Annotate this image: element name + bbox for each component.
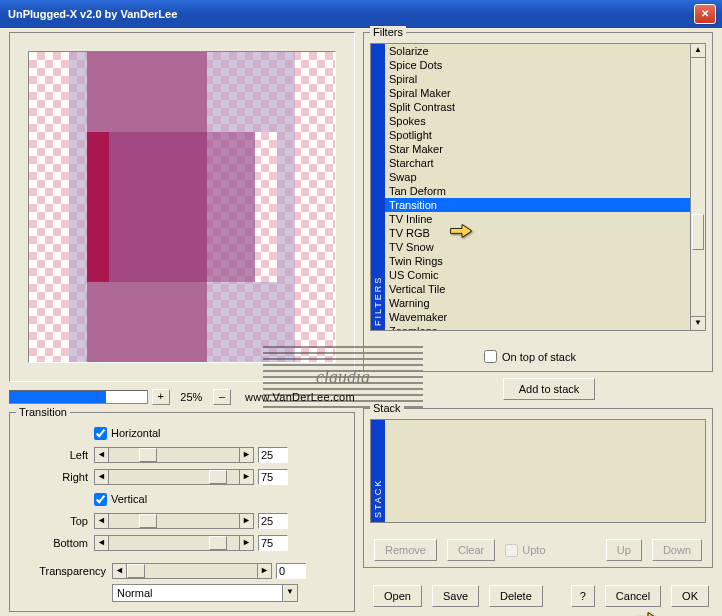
top-label: Top [18,515,94,527]
pointing-hand-icon [635,610,661,616]
filter-item[interactable]: Spokes [385,114,690,128]
scroll-up-icon[interactable]: ▲ [691,44,705,58]
vertical-label: Vertical [111,493,147,505]
horizontal-label: Horizontal [111,427,161,439]
vertical-checkbox[interactable] [94,493,107,506]
filter-item[interactable]: Swap [385,170,690,184]
scroll-thumb[interactable] [692,214,704,250]
stack-list: STACK [370,419,706,523]
filter-item[interactable]: Vertical Tile [385,282,690,296]
right-slider[interactable]: ◄► [94,469,254,485]
arrow-left-icon[interactable]: ◄ [113,564,127,578]
filter-item[interactable]: Spotlight [385,128,690,142]
filter-item[interactable]: US Comic [385,268,690,282]
left-label: Left [18,449,94,461]
save-button[interactable]: Save [432,585,479,607]
transparency-value[interactable]: 0 [276,563,306,579]
bottom-label: Bottom [18,537,94,549]
left-slider[interactable]: ◄► [94,447,254,463]
client-area: claudia + 25% – www.VanDerLee.com Transi… [3,28,719,613]
arrow-right-icon[interactable]: ► [239,470,253,484]
blend-mode-select[interactable]: Normal▼ [112,584,298,602]
dialog-buttons: Open Save Delete ? Cancel OK [373,585,709,607]
transparency-slider[interactable]: ◄► [112,563,272,579]
horizontal-checkbox[interactable] [94,427,107,440]
ok-button[interactable]: OK [671,585,709,607]
filter-item[interactable]: TV RGB [385,226,690,240]
arrow-left-icon[interactable]: ◄ [95,448,109,462]
delete-button[interactable]: Delete [489,585,543,607]
zoom-value: 25% [170,391,214,403]
filters-legend: Filters [370,26,406,38]
preview-panel [9,32,355,382]
zoom-in-button[interactable]: + [152,389,170,405]
clear-button[interactable]: Clear [447,539,495,561]
zoom-out-button[interactable]: – [213,389,231,405]
arrow-right-icon[interactable]: ► [257,564,271,578]
top-slider[interactable]: ◄► [94,513,254,529]
filters-list-body[interactable]: SolarizeSpice DotsSpiralSpiral MakerSpli… [385,44,690,330]
right-label: Right [18,471,94,483]
bottom-slider[interactable]: ◄► [94,535,254,551]
ontop-label: On top of stack [502,351,576,363]
filter-item[interactable]: Zoomlens [385,324,690,330]
filter-item[interactable]: TV Inline [385,212,690,226]
arrow-right-icon[interactable]: ► [239,448,253,462]
arrow-left-icon[interactable]: ◄ [95,536,109,550]
stack-list-body[interactable] [385,420,705,522]
filter-item[interactable]: Twin Rings [385,254,690,268]
arrow-right-icon[interactable]: ► [239,514,253,528]
scroll-down-icon[interactable]: ▼ [691,316,705,330]
arrow-right-icon[interactable]: ► [239,536,253,550]
filter-item[interactable]: Spiral [385,72,690,86]
top-value[interactable]: 25 [258,513,288,529]
transition-legend: Transition [16,406,70,418]
left-value[interactable]: 25 [258,447,288,463]
filter-item[interactable]: Spiral Maker [385,86,690,100]
stack-legend: Stack [370,402,404,414]
title-bar: UnPlugged-X v2.0 by VanDerLee ✕ [0,0,722,28]
zoom-row: + 25% – www.VanDerLee.com [9,388,355,406]
filter-item[interactable]: Star Maker [385,142,690,156]
filter-item[interactable]: Spice Dots [385,58,690,72]
help-button[interactable]: ? [571,585,595,607]
stack-fieldset: Stack STACK Remove Clear Upto Up Down [363,408,713,568]
arrow-left-icon[interactable]: ◄ [95,514,109,528]
filter-item[interactable]: Wavemaker [385,310,690,324]
filter-item[interactable]: Transition [385,198,690,212]
filters-fieldset: Filters FILTERS SolarizeSpice DotsSpiral… [363,32,713,372]
bottom-value[interactable]: 75 [258,535,288,551]
right-value[interactable]: 75 [258,469,288,485]
filter-item[interactable]: Starchart [385,156,690,170]
ontop-row: On top of stack [484,350,576,363]
up-button[interactable]: Up [606,539,642,561]
transition-fieldset: Transition Horizontal Left ◄► 25 Right ◄… [9,412,355,612]
open-button[interactable]: Open [373,585,422,607]
upto-checkbox[interactable] [505,544,518,557]
zoom-slider[interactable] [9,390,148,404]
transparency-label: Transparency [24,565,112,577]
down-button[interactable]: Down [652,539,702,561]
filter-item[interactable]: Warning [385,296,690,310]
filter-item[interactable]: Tan Deform [385,184,690,198]
vendor-url: www.VanDerLee.com [245,391,355,403]
filters-sidebar-label: FILTERS [371,44,385,330]
filter-item[interactable]: Split Contrast [385,100,690,114]
remove-button[interactable]: Remove [374,539,437,561]
upto-label: Upto [522,544,545,556]
cancel-button[interactable]: Cancel [605,585,661,607]
filter-item[interactable]: Solarize [385,44,690,58]
chevron-down-icon[interactable]: ▼ [282,585,297,601]
filter-item[interactable]: TV Snow [385,240,690,254]
stack-sidebar-label: STACK [371,420,385,522]
filters-scrollbar[interactable]: ▲ ▼ [690,44,705,330]
ontop-checkbox[interactable] [484,350,497,363]
close-button[interactable]: ✕ [694,4,716,24]
add-to-stack-button[interactable]: Add to stack [503,378,595,400]
blend-mode-value: Normal [117,587,152,599]
window-title: UnPlugged-X v2.0 by VanDerLee [8,8,177,20]
arrow-left-icon[interactable]: ◄ [95,470,109,484]
preview-image [28,51,336,363]
filters-list: FILTERS SolarizeSpice DotsSpiralSpiral M… [370,43,706,331]
